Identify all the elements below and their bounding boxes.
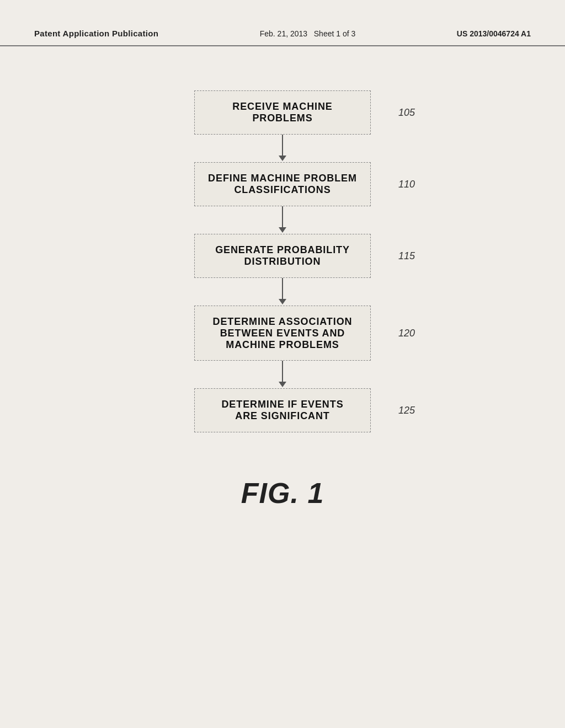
arrow-line-4 <box>282 361 283 382</box>
flow-label-120: 120 <box>398 328 415 339</box>
arrow-4 <box>279 361 286 388</box>
header: Patent Application Publication Feb. 21, … <box>0 0 565 46</box>
flow-row-115: GENERATE PROBABILITY DISTRIBUTION 115 <box>22 234 543 278</box>
flow-label-110: 110 <box>398 179 415 190</box>
flow-box-120: DETERMINE ASSOCIATION BETWEEN EVENTS AND… <box>194 306 371 361</box>
flow-box-115: GENERATE PROBABILITY DISTRIBUTION <box>194 234 371 278</box>
header-center: Feb. 21, 2013 Sheet 1 of 3 <box>260 29 356 39</box>
flow-label-115: 115 <box>398 250 415 262</box>
arrow-head-3 <box>279 299 286 304</box>
patent-title: Patent Application Publication <box>34 29 158 38</box>
flow-box-110: DEFINE MACHINE PROBLEM CLASSIFICATIONS <box>194 162 371 206</box>
arrow-line-1 <box>282 135 283 156</box>
figure-label: FIG. 1 <box>241 477 324 510</box>
arrow-2 <box>279 206 286 234</box>
header-date-sheet: Feb. 21, 2013 Sheet 1 of 3 <box>260 29 356 38</box>
main-content: RECEIVE MACHINE PROBLEMS 105 DEFINE MACH… <box>0 46 565 532</box>
flow-row-105: RECEIVE MACHINE PROBLEMS 105 <box>22 90 543 135</box>
arrow-line-2 <box>282 206 283 227</box>
arrow-head-1 <box>279 156 286 161</box>
arrow-head-2 <box>279 227 286 233</box>
patent-number: US 2013/0046724 A1 <box>457 29 531 38</box>
arrow-line-3 <box>282 278 283 299</box>
flow-box-125: DETERMINE IF EVENTS ARE SIGNIFICANT <box>194 388 371 432</box>
page: Patent Application Publication Feb. 21, … <box>0 0 565 728</box>
header-right: US 2013/0046724 A1 <box>457 29 531 39</box>
arrow-3 <box>279 278 286 306</box>
header-left: Patent Application Publication <box>34 29 158 39</box>
flow-row-110: DEFINE MACHINE PROBLEM CLASSIFICATIONS 1… <box>22 162 543 206</box>
flow-row-120: DETERMINE ASSOCIATION BETWEEN EVENTS AND… <box>22 306 543 361</box>
flow-label-105: 105 <box>398 107 415 119</box>
flowchart: RECEIVE MACHINE PROBLEMS 105 DEFINE MACH… <box>22 79 543 432</box>
flow-box-105: RECEIVE MACHINE PROBLEMS <box>194 90 371 135</box>
flow-label-125: 125 <box>398 405 415 416</box>
flow-row-125: DETERMINE IF EVENTS ARE SIGNIFICANT 125 <box>22 388 543 432</box>
arrow-1 <box>279 135 286 162</box>
arrow-head-4 <box>279 382 286 387</box>
